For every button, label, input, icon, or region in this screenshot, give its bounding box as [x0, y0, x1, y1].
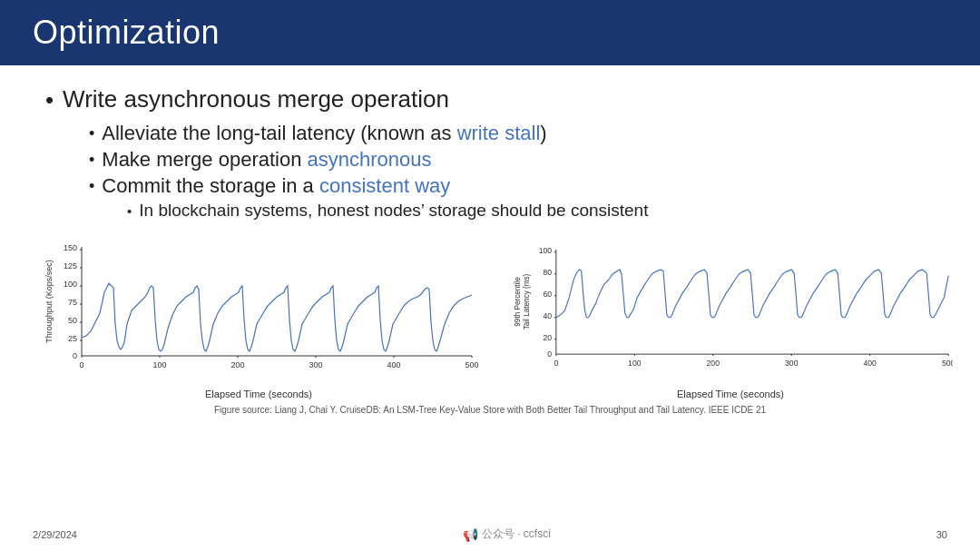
brand-text: 公众号 · ccfsci	[482, 526, 551, 542]
svg-text:25: 25	[68, 334, 77, 343]
bullet-l2-1-suffix: )	[540, 122, 546, 144]
bullet-l1-dot: •	[45, 85, 54, 116]
brand-icon: 📢	[463, 527, 478, 542]
bullet-l2-1-dot: •	[89, 122, 94, 146]
bullet-l2-1-prefix: Alleviate the long-tail latency (known a…	[102, 122, 456, 144]
svg-text:400: 400	[387, 360, 400, 369]
bullet-l2-2-prefix: Make merge operation	[102, 148, 307, 171]
svg-text:100: 100	[152, 360, 166, 369]
svg-text:200: 200	[230, 360, 244, 369]
bullet-l2-3-prefix: Commit the storage in a	[102, 174, 319, 197]
slide-title: Optimization	[33, 14, 220, 52]
svg-text:150: 150	[64, 243, 77, 252]
svg-text:500: 500	[942, 358, 953, 367]
bullet-l2-1-text: Alleviate the long-tail latency (known a…	[102, 122, 546, 145]
figure-source-area: Figure source: Liang J, Chai Y. CruiseDB…	[0, 405, 980, 415]
svg-text:50: 50	[68, 316, 77, 325]
svg-text:400: 400	[864, 358, 877, 367]
bullet-l2-1-accent: write stall	[457, 122, 541, 144]
bullet-l2-3-accent: consistent way	[319, 174, 450, 197]
bullet-l3-1-dot: •	[127, 201, 132, 222]
left-chart: 150 125 100 75 50 25 0 0 100 200 300 400…	[36, 242, 481, 401]
right-chart-svg: 100 80 60 40 20 0 0 100 200 300 400 500	[508, 242, 953, 383]
svg-text:125: 125	[64, 261, 77, 271]
bullet-l2-3-text: Commit the storage in a consistent way	[102, 174, 450, 198]
svg-text:40: 40	[543, 311, 552, 320]
bullet-l3-1: • In blockchain systems, honest nodes’ s…	[127, 201, 935, 222]
slide-header: Optimization	[0, 0, 980, 65]
svg-text:20: 20	[543, 333, 552, 342]
bullet-l1-text: Write asynchronous merge operation	[63, 85, 449, 113]
svg-text:0: 0	[554, 358, 558, 367]
bullet-l2-3-dot: •	[89, 174, 94, 199]
svg-text:300: 300	[785, 358, 799, 367]
charts-area: 150 125 100 75 50 25 0 0 100 200 300 400…	[0, 242, 980, 401]
svg-text:80: 80	[543, 268, 552, 277]
svg-text:75: 75	[68, 298, 77, 307]
svg-text:99th Percentile: 99th Percentile	[514, 277, 522, 327]
bullet-l2-3: • Commit the storage in a consistent way	[89, 174, 935, 199]
slide-content: • Write asynchronous merge operation • A…	[0, 65, 980, 233]
svg-text:0: 0	[547, 349, 552, 359]
bullet-l2-2-dot: •	[89, 148, 94, 172]
svg-text:100: 100	[64, 280, 77, 289]
left-chart-x-label: Elapsed Time (seconds)	[36, 389, 481, 399]
right-chart: 100 80 60 40 20 0 0 100 200 300 400 500	[508, 242, 953, 401]
bullet-l2-2-text: Make merge operation asynchronous	[102, 148, 431, 172]
figure-source-text: Figure source: Liang J, Chai Y. CruiseDB…	[45, 405, 935, 415]
left-chart-svg: 150 125 100 75 50 25 0 0 100 200 300 400…	[36, 242, 481, 383]
svg-text:300: 300	[309, 360, 322, 369]
svg-text:Throughput (Kops/sec): Throughput (Kops/sec)	[44, 260, 54, 343]
right-chart-x-label: Elapsed Time (seconds)	[508, 389, 953, 399]
svg-text:0: 0	[73, 351, 77, 360]
bullet-l2-2: • Make merge operation asynchronous	[89, 148, 935, 172]
slide-footer: 2/29/2024 📢 公众号 · ccfsci 30	[0, 526, 980, 542]
svg-text:0: 0	[79, 360, 83, 369]
svg-text:100: 100	[628, 358, 642, 367]
svg-text:200: 200	[707, 358, 720, 367]
svg-text:60: 60	[543, 290, 552, 299]
slide-date: 2/29/2024	[33, 529, 77, 540]
bullet-l3-1-text: In blockchain systems, honest nodes’ sto…	[139, 201, 648, 221]
svg-text:500: 500	[465, 360, 478, 369]
slide-brand: 📢 公众号 · ccfsci	[463, 526, 551, 542]
bullet-l2-2-accent: asynchronous	[308, 148, 432, 171]
svg-text:Tail Latency (ms): Tail Latency (ms)	[523, 273, 531, 330]
svg-text:100: 100	[539, 245, 553, 254]
slide-number: 30	[936, 529, 947, 540]
bullet-l1: • Write asynchronous merge operation	[45, 85, 935, 116]
bullet-l2-1: • Alleviate the long-tail latency (known…	[89, 122, 935, 146]
